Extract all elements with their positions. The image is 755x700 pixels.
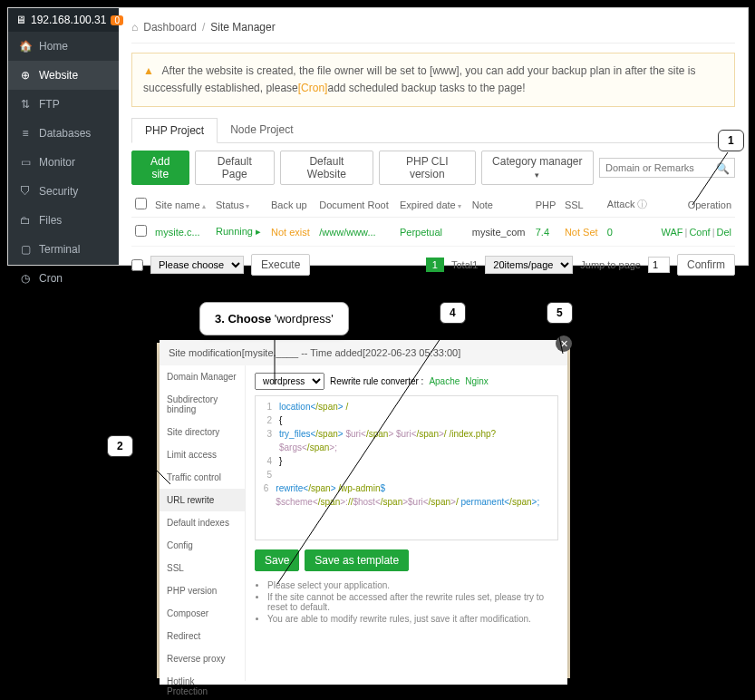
help-icon[interactable]: ⓘ [637, 199, 647, 209]
default-page-button[interactable]: Default Page [195, 151, 275, 185]
note-value: mysite_com [469, 218, 532, 247]
col-status[interactable]: Status [216, 199, 249, 210]
footer-checkbox[interactable] [131, 259, 143, 271]
db-icon: ≡ [19, 127, 32, 140]
docroot-value[interactable]: /www/www... [319, 227, 375, 238]
modal-sidebar-item-reverse-proxy[interactable]: Reverse proxy [160, 647, 245, 670]
modal-sidebar-item-subdirectory-binding[interactable]: Subdirectory binding [160, 388, 245, 421]
tab-node-project[interactable]: Node Project [218, 118, 305, 142]
breadcrumb-current: Site Manager [210, 21, 275, 34]
expired-value[interactable]: Perpetual [400, 227, 442, 238]
sidebar-item-terminal[interactable]: ▢Terminal [8, 235, 119, 264]
apache-link[interactable]: Apache [429, 376, 460, 386]
modal-sidebar-item-composer[interactable]: Composer [160, 602, 245, 625]
breadcrumb-dashboard[interactable]: Dashboard [143, 21, 197, 34]
category-manager-button[interactable]: Category manager [481, 151, 594, 185]
execute-button[interactable]: Execute [251, 254, 310, 276]
sidebar-item-cron[interactable]: ◷Cron [8, 264, 119, 293]
batch-action-select[interactable]: Please choose [150, 256, 244, 274]
sidebar-item-ftp[interactable]: ⇅FTP [8, 90, 119, 119]
callout-5: 5 [547, 302, 573, 324]
sidebar-item-label: Databases [39, 127, 91, 140]
search-icon[interactable]: 🔍 [716, 162, 730, 175]
sidebar-item-label: Cron [39, 272, 63, 285]
main-content: ⌂ Dashboard / Site Manager ▲ After the w… [119, 8, 748, 265]
php-value[interactable]: 7.4 [536, 227, 549, 238]
monitor-icon: ▭ [19, 156, 32, 169]
sidebar-item-files[interactable]: 🗀Files [8, 206, 119, 235]
site-name-link[interactable]: mysite.c... [155, 227, 200, 238]
col-site-name[interactable]: Site name [155, 199, 206, 210]
hint-item: Please select your application. [267, 580, 558, 590]
nginx-link[interactable]: Nginx [465, 376, 489, 386]
attack-value[interactable]: 0 [607, 227, 613, 238]
sidebar-item-label: Home [39, 40, 68, 53]
modal-close-button[interactable]: ✕ [556, 335, 572, 352]
add-site-button[interactable]: Add site [131, 151, 189, 185]
project-tabs: PHP Project Node Project [131, 118, 735, 143]
callout-3-value: 'wordpress' [271, 312, 334, 326]
modal-sidebar-item-hotlink-protection[interactable]: Hotlink Protection [160, 670, 245, 700]
modal-sidebar-item-ssl[interactable]: SSL [160, 557, 245, 579]
ssl-value[interactable]: Not Set [565, 227, 598, 238]
home-icon[interactable]: ⌂ [131, 21, 138, 34]
items-per-page-select[interactable]: 20items/page [485, 256, 573, 274]
modal-sidebar-item-config[interactable]: Config [160, 534, 245, 557]
col-operation: Operation [653, 192, 735, 218]
hints-list: Please select your application.If the si… [255, 580, 558, 624]
search-input[interactable] [599, 158, 735, 178]
save-button[interactable]: Save [255, 549, 299, 571]
hint-item: You are able to modify rewrite rules, ju… [267, 614, 558, 624]
col-php: PHP [532, 192, 561, 218]
col-attack: Attack [607, 199, 635, 209]
col-ssl: SSL [561, 192, 604, 218]
sidebar-item-security[interactable]: ⛉Security [8, 177, 119, 206]
sites-table: Site name Status Back up Document Root E… [131, 192, 735, 247]
table-row: mysite.c... Running ▸ Not exist /www/www… [131, 218, 735, 247]
status-value[interactable]: Running ▸ [216, 226, 261, 237]
col-docroot: Document Root [315, 192, 396, 218]
main-sidebar: 🖥 192.168.100.31 0 🏠Home⊕Website⇅FTP≡Dat… [8, 8, 119, 265]
sidebar-item-home[interactable]: 🏠Home [8, 32, 119, 61]
del-link[interactable]: Del [716, 227, 731, 238]
php-cli-version-button[interactable]: PHP CLI version [379, 151, 476, 185]
sites-toolbar: Add site Default Page Default Website PH… [131, 151, 735, 185]
default-website-button[interactable]: Default Website [280, 151, 373, 185]
table-footer: Please choose Execute 1 Total1 20items/p… [131, 247, 735, 276]
tab-php-project[interactable]: PHP Project [131, 118, 218, 143]
modal-sidebar-item-php-version[interactable]: PHP version [160, 579, 245, 602]
modal-sidebar-item-site-directory[interactable]: Site directory [160, 421, 245, 443]
waf-link[interactable]: WAF [661, 227, 682, 238]
rewrite-code-editor[interactable]: 1location</span> /2{3 try_files</span> $… [255, 395, 558, 540]
confirm-button[interactable]: Confirm [677, 254, 735, 276]
jump-page-input[interactable] [648, 257, 670, 273]
conf-link[interactable]: Conf [689, 227, 710, 238]
modal-sidebar-item-traffic-control[interactable]: Traffic control [160, 466, 245, 489]
breadcrumb-separator: / [202, 21, 205, 34]
page-number[interactable]: 1 [426, 258, 444, 272]
sidebar-item-label: Files [39, 214, 62, 227]
select-all-checkbox[interactable] [135, 198, 147, 209]
modal-sidebar-item-domain-manager[interactable]: Domain Manager [160, 365, 245, 388]
callout-2: 2 [107, 435, 133, 457]
sidebar-item-databases[interactable]: ≡Databases [8, 119, 119, 148]
sidebar-item-label: Monitor [39, 156, 75, 169]
modal-sidebar-item-limit-access[interactable]: Limit access [160, 443, 245, 466]
callout-3: 3. Choose 'wordpress' [199, 302, 349, 335]
sidebar-item-monitor[interactable]: ▭Monitor [8, 148, 119, 177]
col-note: Note [469, 192, 532, 218]
jump-label: Jump to page [580, 259, 641, 270]
save-as-template-button[interactable]: Save as template [305, 549, 409, 571]
col-expired[interactable]: Expired date [400, 199, 461, 210]
modal-sidebar-item-url-rewrite[interactable]: URL rewrite [160, 489, 245, 511]
modal-sidebar-item-redirect[interactable]: Redirect [160, 625, 245, 647]
modal-sidebar-item-default-indexes[interactable]: Default indexes [160, 511, 245, 534]
cron-link[interactable]: [Cron] [298, 82, 328, 94]
rewrite-template-select[interactable]: wordpress [255, 373, 324, 390]
backup-value[interactable]: Not exist [271, 227, 310, 238]
site-modification-modal: Site modification[mysite.____ -- Time ad… [160, 340, 567, 685]
sidebar-item-website[interactable]: ⊕Website [8, 61, 119, 90]
warning-icon: ▲ [143, 64, 154, 77]
monitor-icon: 🖥 [15, 14, 26, 26]
row-checkbox[interactable] [135, 225, 147, 237]
